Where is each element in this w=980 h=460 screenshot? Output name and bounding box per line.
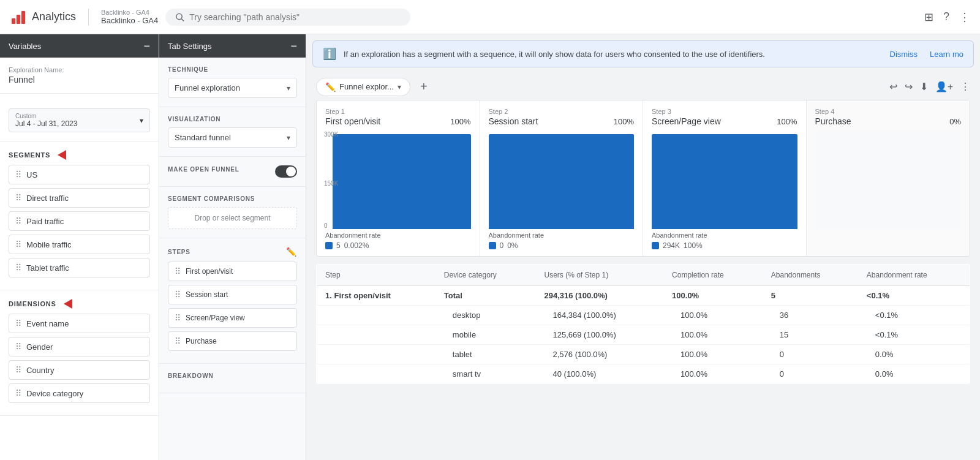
add-tab-button[interactable]: + xyxy=(415,77,432,96)
more-button[interactable]: ⋮ xyxy=(960,81,970,92)
drag-handle-icon: ⠿ xyxy=(15,216,21,226)
table-header: Step Device category Users (% of Step 1)… xyxy=(317,265,970,286)
tab-settings-panel: Tab Settings − TECHNIQUE Funnel explorat… xyxy=(159,34,306,460)
step1-abandonment-data: 5 0.002% xyxy=(325,241,471,250)
cell-abandonments: 36 xyxy=(763,306,858,325)
cell-completion-rate: 100.0% xyxy=(663,364,763,384)
segment-comparisons-drop-area[interactable]: Drop or select segment xyxy=(168,207,297,229)
step3-name: Screen/Page view xyxy=(652,116,721,126)
col-header-users: Users (% of Step 1) xyxy=(535,265,663,286)
funnel-tab[interactable]: ✏️ Funnel explor... ▾ xyxy=(316,78,410,96)
cell-device-category: tablet xyxy=(435,345,536,364)
step3-abandon-label: Abandonment rate xyxy=(652,232,707,239)
dimension-event-name[interactable]: ⠿ Event name xyxy=(9,314,150,333)
step3-num: Step 3 xyxy=(652,108,797,115)
segment-paid-traffic[interactable]: ⠿ Paid traffic xyxy=(9,211,150,231)
step2-abandon-color-box xyxy=(489,242,496,249)
funnel-data-table: Step Device category Users (% of Step 1)… xyxy=(316,264,970,384)
dimension-device-category[interactable]: ⠿ Device category xyxy=(9,383,150,403)
step-item-first-open[interactable]: ⠿ First open/visit xyxy=(168,262,297,281)
info-banner: ℹ️ If an exploration has a segment with … xyxy=(312,40,974,67)
table-row: mobile 125,669 (100.0%) 100.0% 15 <0.1% xyxy=(317,325,970,345)
help-icon-button[interactable]: ? xyxy=(943,10,949,23)
date-range-selector[interactable]: Custom Jul 4 - Jul 31, 2023 ▾ xyxy=(9,108,150,132)
step-item-screen-page-view[interactable]: ⠿ Screen/Page view xyxy=(168,308,297,328)
download-button[interactable]: ⬇ xyxy=(920,81,928,92)
tab-label: Funnel explor... xyxy=(339,82,394,91)
step-purchase-label: Purchase xyxy=(186,337,217,345)
redo-button[interactable]: ↪ xyxy=(905,81,913,92)
drag-handle-icon: ⠿ xyxy=(15,319,21,328)
dimension-gender[interactable]: ⠿ Gender xyxy=(9,337,150,356)
step2-abandon-count: 0 xyxy=(500,241,504,250)
step-first-open-label: First open/visit xyxy=(186,267,233,276)
make-open-funnel-toggle[interactable] xyxy=(275,165,297,178)
steps-label: STEPS xyxy=(168,249,190,255)
svg-rect-0 xyxy=(12,18,15,24)
step1-bar-area: 300K 150K 0 xyxy=(325,131,471,229)
breakdown-section: BREAKDOWN xyxy=(159,364,306,393)
search-bar[interactable] xyxy=(165,9,410,26)
dimension-device-category-label: Device category xyxy=(26,389,83,398)
funnel-steps-row: Step 1 First open/visit 100% 300K 150K 0… xyxy=(316,100,970,257)
grid-icon-button[interactable]: ⊞ xyxy=(924,10,933,24)
search-icon xyxy=(175,12,184,22)
cell-device-category: smart tv xyxy=(435,364,536,384)
step1-num: Step 1 xyxy=(325,108,471,115)
cell-abandonment-rate: <0.1% xyxy=(858,306,970,325)
top-nav: Analytics Backlinko - GA4 Backlinko - GA… xyxy=(0,0,980,34)
undo-button[interactable]: ↩ xyxy=(889,81,897,92)
col-header-step: Step xyxy=(317,265,435,286)
cell-abandonments: 5 xyxy=(763,286,858,306)
y-axis-300k: 300K xyxy=(324,131,338,138)
segment-mobile-traffic[interactable]: ⠿ Mobile traffic xyxy=(9,235,150,254)
cell-device-category: Total xyxy=(435,286,536,306)
more-options-icon-button[interactable]: ⋮ xyxy=(959,10,970,24)
main-layout: Variables − Exploration Name: Funnel Cus… xyxy=(0,34,980,460)
drag-handle-icon: ⠿ xyxy=(175,336,181,346)
collapse-variables-button[interactable]: − xyxy=(143,40,150,51)
drag-handle-icon: ⠿ xyxy=(15,263,21,273)
dimensions-arrow-indicator xyxy=(64,299,72,309)
dismiss-button[interactable]: Dismiss xyxy=(890,50,918,59)
technique-section: TECHNIQUE Funnel exploration ▾ xyxy=(159,58,306,107)
share-button[interactable]: 👤+ xyxy=(935,81,953,92)
drag-handle-icon: ⠿ xyxy=(15,193,21,203)
segment-direct-traffic[interactable]: ⠿ Direct traffic xyxy=(9,188,150,208)
step3-pct: 100% xyxy=(777,117,797,126)
learn-more-link[interactable]: Learn mo xyxy=(930,50,963,59)
step2-abandonment-data: 0 0% xyxy=(489,241,635,250)
col-header-completion-rate: Completion rate xyxy=(663,265,763,286)
collapse-tab-settings-button[interactable]: − xyxy=(290,40,297,51)
date-range-section: Custom Jul 4 - Jul 31, 2023 ▾ xyxy=(0,94,159,141)
property-name: Backlinko - GA4 Backlinko - GA4 xyxy=(101,9,158,25)
funnel-step-col-2: Step 2 Session start 100% Abandonment ra… xyxy=(480,100,644,256)
dimension-country-label: Country xyxy=(26,366,55,375)
technique-chevron-icon: ▾ xyxy=(287,84,290,92)
segment-tablet-traffic[interactable]: ⠿ Tablet traffic xyxy=(9,258,150,277)
segments-section: SEGMENTS ⠿ US ⠿ Direct traffic ⠿ Paid tr… xyxy=(0,141,159,290)
visualization-dropdown[interactable]: Standard funnel ▾ xyxy=(168,127,297,148)
edit-steps-icon[interactable]: ✏️ xyxy=(286,247,297,257)
table-row: 1. First open/visit Total 294,316 (100.0… xyxy=(317,286,970,306)
segment-us[interactable]: ⠿ US xyxy=(9,165,150,184)
step2-num: Step 2 xyxy=(489,108,635,115)
technique-dropdown[interactable]: Funnel exploration ▾ xyxy=(168,78,297,98)
step4-name: Purchase xyxy=(815,116,851,126)
info-icon: ℹ️ xyxy=(323,47,336,61)
cell-users: 294,316 (100.0%) xyxy=(535,286,663,306)
drag-handle-icon: ⠿ xyxy=(15,388,21,398)
step3-bar-area xyxy=(652,131,797,229)
table-row: desktop 164,384 (100.0%) 100.0% 36 <0.1% xyxy=(317,306,970,325)
step-item-purchase[interactable]: ⠿ Purchase xyxy=(168,331,297,351)
cell-abandonment-rate: 0.0% xyxy=(858,364,970,384)
property-label: Backlinko - GA4 xyxy=(101,9,158,16)
dimension-event-name-label: Event name xyxy=(26,319,69,328)
search-input[interactable] xyxy=(189,12,401,22)
step3-abandonment-data: 294K 100% xyxy=(652,241,797,250)
drag-handle-icon: ⠿ xyxy=(15,170,21,179)
step-item-session-start[interactable]: ⠿ Session start xyxy=(168,285,297,304)
cell-step xyxy=(317,345,435,364)
step1-abandonment-row: Abandonment rate xyxy=(325,232,471,239)
dimension-country[interactable]: ⠿ Country xyxy=(9,360,150,380)
